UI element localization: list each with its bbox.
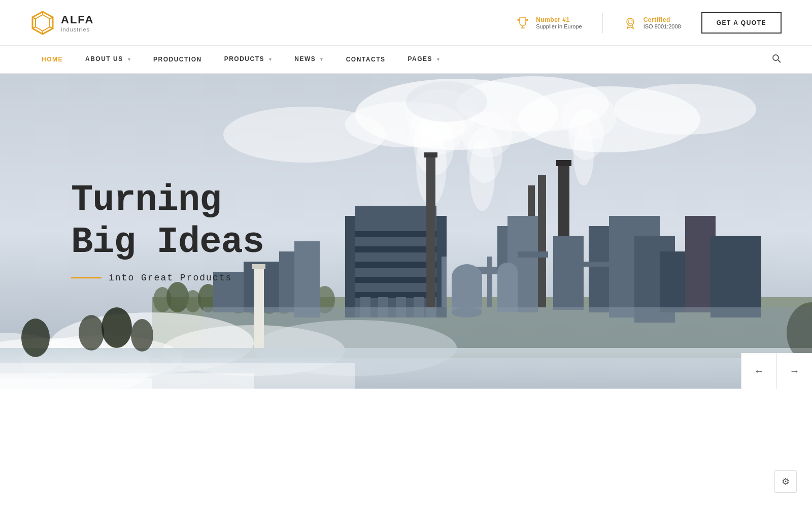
svg-rect-95: [0, 378, 152, 389]
nav-item-production[interactable]: PRODUCTION: [142, 46, 213, 74]
divider: [602, 13, 603, 33]
hero-section: Turning Big Ideas into Great Products ← …: [0, 74, 812, 389]
svg-rect-46: [355, 231, 436, 237]
nav-link-about[interactable]: ABOUT US ▾: [74, 45, 142, 74]
dropdown-arrow-news: ▾: [320, 57, 324, 62]
svg-rect-48: [355, 262, 436, 268]
top-info: Number #1 Supplier in Europe Certified I…: [516, 12, 782, 34]
certified-value: ISO 9001:2008: [644, 23, 681, 29]
dropdown-arrow-products: ▾: [269, 57, 273, 62]
svg-line-13: [778, 60, 781, 62]
slider-prev-button[interactable]: ←: [741, 353, 776, 389]
logo: ALFA industries: [30, 11, 94, 35]
dropdown-arrow-pages: ▾: [437, 57, 441, 62]
supplier-info: Number #1 Supplier in Europe: [536, 16, 582, 29]
svg-point-28: [462, 112, 513, 157]
hero-title-line2: Big Ideas: [71, 221, 264, 263]
hero-title: Turning Big Ideas: [71, 179, 264, 264]
svg-rect-84: [497, 272, 518, 312]
svg-rect-81: [452, 277, 482, 312]
hero-accent-line: [71, 277, 101, 278]
svg-point-20: [223, 107, 386, 163]
trophy-icon: [516, 16, 530, 30]
brand-sub: industries: [61, 26, 94, 33]
nav-link-home[interactable]: HOME: [30, 46, 74, 74]
svg-point-12: [773, 55, 779, 60]
svg-rect-78: [518, 251, 548, 258]
svg-rect-76: [442, 257, 447, 307]
quote-button[interactable]: GET A QUOTE: [701, 12, 782, 34]
nav-item-pages[interactable]: PAGES ▾: [396, 45, 451, 74]
svg-rect-56: [426, 155, 435, 307]
nav-links: HOME ABOUT US ▾ PRODUCTION PRODUCTS ▾ NE…: [30, 45, 451, 74]
svg-rect-47: [355, 246, 436, 252]
svg-rect-57: [424, 152, 437, 157]
hero-title-line1: Turning: [71, 179, 221, 221]
nav-link-products[interactable]: PRODUCTS ▾: [213, 45, 284, 74]
logo-icon: [30, 11, 55, 35]
svg-rect-64: [553, 236, 584, 310]
hero-divider: into Great Products: [71, 273, 264, 283]
brand-name: ALFA: [61, 13, 94, 26]
hero-content: Turning Big Ideas into Great Products: [71, 179, 264, 283]
svg-rect-77: [487, 257, 492, 307]
slider-nav: ← →: [741, 353, 812, 389]
svg-point-97: [101, 307, 132, 348]
supplier-label: Number #1: [536, 16, 582, 23]
nav-link-contacts[interactable]: CONTACTS: [335, 46, 397, 74]
svg-point-19: [614, 84, 756, 135]
svg-marker-1: [36, 15, 50, 31]
svg-rect-61: [556, 160, 571, 166]
supplier-value: Supplier in Europe: [536, 23, 582, 29]
certified-label: Certified: [644, 16, 681, 23]
svg-point-98: [131, 319, 153, 352]
svg-point-99: [21, 319, 50, 357]
search-svg: [771, 53, 782, 64]
svg-point-10: [627, 18, 634, 25]
nav-link-news[interactable]: NEWS ▾: [283, 45, 334, 74]
certified-badge: Certified ISO 9001:2008: [623, 16, 681, 30]
nav-item-about[interactable]: ABOUT US ▾: [74, 45, 142, 74]
svg-rect-70: [710, 236, 761, 318]
nav-item-products[interactable]: PRODUCTS ▾: [213, 45, 284, 74]
nav-item-news[interactable]: NEWS ▾: [283, 45, 334, 74]
certified-icon: [623, 16, 637, 30]
dropdown-arrow: ▾: [128, 57, 131, 62]
svg-point-31: [561, 94, 617, 140]
svg-point-96: [79, 315, 104, 351]
logo-text: ALFA industries: [61, 13, 94, 33]
svg-rect-58: [538, 175, 546, 307]
hero-subtitle: into Great Products: [109, 273, 232, 283]
nav-item-home[interactable]: HOME: [30, 46, 74, 74]
svg-rect-72: [294, 241, 320, 318]
svg-rect-49: [355, 277, 436, 283]
svg-rect-79: [573, 262, 609, 267]
slider-next-button[interactable]: →: [776, 353, 812, 389]
svg-point-11: [628, 20, 632, 24]
supplier-badge: Number #1 Supplier in Europe: [516, 16, 582, 30]
certified-info: Certified ISO 9001:2008: [644, 16, 681, 29]
nav-link-production[interactable]: PRODUCTION: [142, 46, 213, 74]
navbar: HOME ABOUT US ▾ PRODUCTION PRODUCTS ▾ NE…: [0, 46, 812, 74]
nav-item-contacts[interactable]: CONTACTS: [335, 46, 397, 74]
nav-link-pages[interactable]: PAGES ▾: [396, 45, 451, 74]
search-icon[interactable]: [771, 53, 782, 66]
top-bar: ALFA industries Number #1 Supplier in Eu…: [0, 0, 812, 46]
